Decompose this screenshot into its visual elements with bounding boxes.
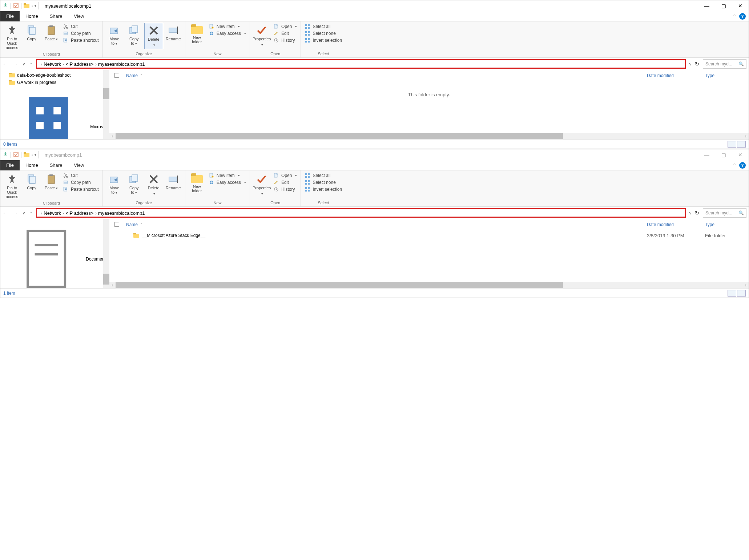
- easyaccess-button[interactable]: Easy access: [209, 180, 246, 185]
- address-bar[interactable]: Network <IP address> myasesmblocalcomp1: [36, 208, 686, 218]
- tree-scrollbar[interactable]: [103, 219, 109, 288]
- selectnone-button[interactable]: Select none: [305, 180, 342, 185]
- open-button[interactable]: Open: [273, 173, 297, 178]
- refresh-button[interactable]: ↻: [695, 210, 699, 216]
- qat-folder-icon[interactable]: [24, 152, 29, 157]
- easyaccess-button[interactable]: Easy access: [209, 31, 246, 36]
- newfolder-button[interactable]: New folder: [188, 23, 206, 45]
- column-headers[interactable]: Name ⌃ Date modified Type: [109, 70, 749, 81]
- invertselection-button[interactable]: Invert selection: [305, 37, 342, 43]
- up-button[interactable]: ↑: [30, 61, 32, 67]
- newitem-button[interactable]: New item: [209, 24, 246, 29]
- copypath-button[interactable]: Copy path: [63, 180, 99, 185]
- tree-scrollbar[interactable]: [103, 70, 109, 139]
- qat-checkbox-icon[interactable]: [13, 152, 19, 158]
- close-button[interactable]: ✕: [732, 149, 749, 160]
- scroll-right-button[interactable]: ›: [742, 282, 749, 288]
- view-details-button[interactable]: [728, 141, 736, 148]
- file-row[interactable]: __Microsoft Azure Stack Edge__ 3/8/2019 …: [109, 230, 749, 241]
- help-icon[interactable]: ?: [739, 13, 746, 20]
- history-dropdown[interactable]: [23, 61, 25, 67]
- address-bar[interactable]: Network <IP address> myasesmblocalcomp1: [36, 59, 686, 69]
- properties-button[interactable]: Properties: [252, 23, 271, 48]
- selectall-button[interactable]: Select all: [305, 173, 342, 178]
- content-hscrollbar[interactable]: ‹ ›: [109, 133, 749, 139]
- address-dropdown[interactable]: [689, 210, 691, 215]
- cut-button[interactable]: Cut: [63, 173, 99, 178]
- select-all-checkbox[interactable]: [114, 73, 119, 78]
- breadcrumb-leaf[interactable]: myasesmblocalcomp1: [98, 210, 145, 216]
- tab-share[interactable]: Share: [44, 11, 68, 21]
- open-button[interactable]: Open: [273, 24, 297, 29]
- search-input[interactable]: Search myd... 🔍: [703, 59, 746, 69]
- history-button[interactable]: History: [273, 37, 297, 43]
- qat-checkbox-icon[interactable]: [13, 3, 19, 9]
- up-button[interactable]: ↑: [30, 210, 32, 216]
- rename-button[interactable]: Rename: [164, 172, 183, 192]
- newfolder-button[interactable]: New folder: [188, 172, 206, 194]
- rename-button[interactable]: Rename: [164, 23, 183, 43]
- help-icon[interactable]: ?: [739, 162, 746, 169]
- breadcrumb-ip[interactable]: <IP address>: [65, 61, 93, 67]
- history-button[interactable]: History: [273, 186, 297, 192]
- back-button[interactable]: ←: [3, 210, 8, 216]
- copy-button[interactable]: Copy: [22, 172, 41, 192]
- edit-button[interactable]: Edit: [273, 31, 297, 36]
- breadcrumb-leaf[interactable]: myasesmblocalcomp1: [98, 61, 145, 67]
- qat-caret-icon[interactable]: ≡: [32, 153, 36, 157]
- select-all-checkbox[interactable]: [114, 222, 119, 227]
- selectall-button[interactable]: Select all: [305, 24, 342, 29]
- scroll-left-button[interactable]: ‹: [109, 282, 116, 288]
- scroll-right-button[interactable]: ›: [742, 133, 749, 139]
- breadcrumb-ip[interactable]: <IP address>: [65, 210, 93, 216]
- col-name[interactable]: Name ⌃: [124, 73, 647, 78]
- tree-item[interactable]: Documents: [2, 221, 109, 288]
- qat-folder-icon[interactable]: [24, 3, 29, 8]
- pasteshortcut-button[interactable]: Paste shortcut: [63, 37, 99, 43]
- content-hscrollbar[interactable]: ‹ ›: [109, 282, 749, 288]
- tab-file[interactable]: File: [0, 160, 20, 170]
- tree-item[interactable]: Microsoft: [2, 86, 109, 139]
- forward-button[interactable]: →: [13, 210, 18, 216]
- history-dropdown[interactable]: [23, 210, 25, 215]
- maximize-button[interactable]: ▢: [715, 149, 732, 160]
- pasteshortcut-button[interactable]: Paste shortcut: [63, 186, 99, 192]
- col-name[interactable]: Name ⌃: [124, 222, 647, 227]
- close-button[interactable]: ✕: [732, 0, 749, 11]
- selectnone-button[interactable]: Select none: [305, 31, 342, 36]
- back-button[interactable]: ←: [3, 61, 8, 67]
- edit-button[interactable]: Edit: [273, 180, 297, 185]
- maximize-button[interactable]: ▢: [715, 0, 732, 11]
- tree-item[interactable]: GA work in progress: [2, 79, 109, 86]
- copy-button[interactable]: Copy: [22, 23, 41, 43]
- cut-button[interactable]: Cut: [63, 24, 99, 29]
- forward-button[interactable]: →: [13, 61, 18, 67]
- paste-button[interactable]: Paste: [42, 172, 61, 192]
- col-type[interactable]: Type: [705, 222, 749, 227]
- col-date[interactable]: Date modified: [647, 73, 705, 78]
- search-input[interactable]: Search myd... 🔍: [703, 208, 746, 218]
- col-date[interactable]: Date modified: [647, 222, 705, 227]
- view-icons-button[interactable]: [737, 290, 746, 297]
- scroll-left-button[interactable]: ‹: [109, 133, 116, 139]
- moveto-button[interactable]: Move to: [105, 23, 124, 47]
- tab-share[interactable]: Share: [44, 160, 68, 170]
- collapse-ribbon-icon[interactable]: ⌃: [733, 163, 736, 168]
- nav-tree[interactable]: DocumentsDownloadsMusicPicturesVideosOSD…: [0, 219, 109, 288]
- delete-button[interactable]: Delete: [144, 172, 163, 197]
- minimize-button[interactable]: —: [698, 149, 715, 160]
- copypath-button[interactable]: Copy path: [63, 31, 99, 36]
- tab-view[interactable]: View: [68, 160, 90, 170]
- view-icons-button[interactable]: [737, 141, 746, 148]
- newitem-button[interactable]: New item: [209, 173, 246, 178]
- nav-tree[interactable]: data-box-edge-troubleshootGA work in pro…: [0, 70, 109, 139]
- column-headers[interactable]: Name ⌃ Date modified Type: [109, 219, 749, 230]
- moveto-button[interactable]: Move to: [105, 172, 124, 196]
- tab-view[interactable]: View: [68, 11, 90, 21]
- copyto-button[interactable]: Copy to: [125, 23, 144, 47]
- minimize-button[interactable]: —: [698, 0, 715, 11]
- tab-file[interactable]: File: [0, 11, 20, 21]
- properties-button[interactable]: Properties: [252, 172, 271, 197]
- paste-button[interactable]: Paste: [42, 23, 61, 43]
- pin-button[interactable]: Pin to Quick access: [3, 23, 21, 51]
